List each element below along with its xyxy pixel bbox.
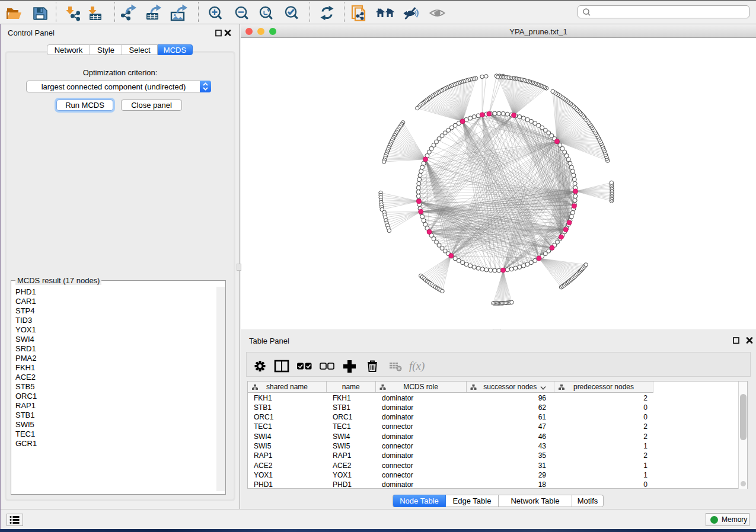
svg-text:f(x): f(x) — [409, 360, 425, 373]
